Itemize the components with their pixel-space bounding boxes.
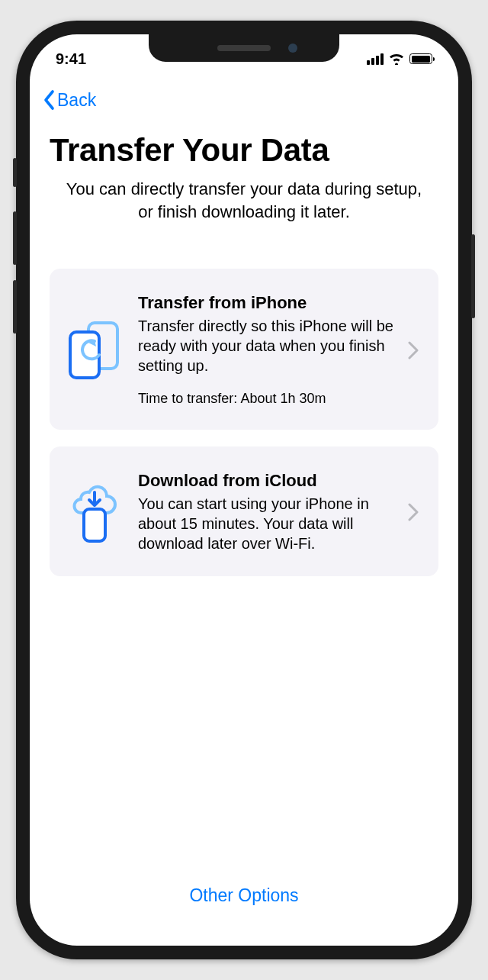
- option-transfer-from-iphone[interactable]: Transfer from iPhone Transfer directly s…: [50, 269, 438, 430]
- option-title: Transfer from iPhone: [138, 293, 394, 313]
- screen: 9:41 Back Transfer Your Dat: [30, 34, 458, 946]
- phone-frame: 9:41 Back Transfer Your Dat: [16, 21, 472, 959]
- page-title: Transfer Your Data: [50, 132, 438, 169]
- back-button[interactable]: Back: [43, 89, 96, 111]
- chevron-right-icon: [408, 341, 423, 359]
- notch: [149, 34, 339, 62]
- back-label: Back: [57, 90, 96, 111]
- footer: Other Options: [50, 885, 438, 946]
- power-button: [471, 234, 475, 318]
- silence-switch: [13, 158, 17, 187]
- option-text: Transfer from iPhone Transfer directly s…: [138, 293, 394, 407]
- option-meta: Time to transfer: About 1h 30m: [138, 391, 394, 407]
- option-download-from-icloud[interactable]: Download from iCloud You can start using…: [50, 446, 438, 576]
- option-description: You can start using your iPhone in about…: [138, 494, 394, 553]
- transfer-iphone-icon: [65, 317, 124, 384]
- volume-up-button: [13, 211, 17, 265]
- option-text: Download from iCloud You can start using…: [138, 471, 394, 553]
- speaker-grille: [217, 45, 271, 51]
- option-description: Transfer directly so this iPhone will be…: [138, 316, 394, 376]
- icloud-download-icon: [65, 479, 124, 546]
- battery-icon: [409, 53, 432, 64]
- content-area: Back Transfer Your Data You can directly…: [30, 79, 458, 946]
- option-title: Download from iCloud: [138, 471, 394, 491]
- front-camera: [288, 44, 297, 53]
- status-indicators: [367, 48, 432, 65]
- cellular-signal-icon: [367, 53, 384, 65]
- nav-bar: Back: [50, 79, 438, 121]
- volume-down-button: [13, 280, 17, 334]
- chevron-left-icon: [43, 89, 56, 111]
- other-options-button[interactable]: Other Options: [189, 885, 298, 906]
- status-time: 9:41: [56, 46, 86, 68]
- chevron-right-icon: [408, 503, 423, 521]
- wifi-icon: [389, 53, 404, 65]
- options-list: Transfer from iPhone Transfer directly s…: [50, 269, 438, 576]
- page-subtitle: You can directly transfer your data duri…: [50, 178, 438, 223]
- svg-rect-3: [84, 509, 105, 541]
